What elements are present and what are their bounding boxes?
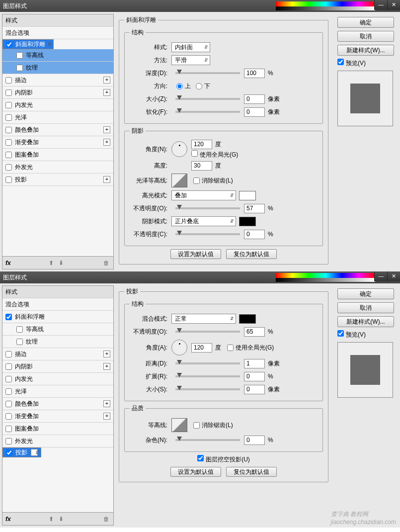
angle-dial[interactable] [171, 141, 187, 157]
noise-slider[interactable] [175, 439, 240, 441]
preview-checkbox[interactable] [337, 330, 344, 337]
add-icon[interactable]: + [103, 413, 110, 420]
color-overlay-checkbox[interactable] [5, 401, 12, 407]
up-arrow-icon[interactable]: ⬆ [49, 516, 56, 523]
add-icon[interactable]: + [103, 77, 110, 84]
new-style-button[interactable]: 新建样式(W)... [337, 316, 394, 327]
stroke-checkbox[interactable] [5, 351, 12, 357]
knockout-checkbox[interactable] [197, 455, 204, 461]
method-select[interactable]: 平滑 [171, 55, 210, 65]
depth-slider[interactable] [175, 72, 240, 74]
depth-input[interactable] [244, 69, 265, 78]
shadow-mode-select[interactable]: 正片叠底 [171, 216, 236, 226]
new-style-button[interactable]: 新建样式(W)... [337, 45, 394, 56]
reset-default-button[interactable]: 复位为默认值 [226, 249, 277, 259]
contour-checkbox[interactable] [16, 326, 23, 333]
shadow-color-swatch[interactable] [239, 217, 256, 226]
minimize-button[interactable]: — [374, 271, 387, 281]
blend-mode-select[interactable]: 正常 [171, 314, 236, 324]
noise-input[interactable] [244, 436, 265, 445]
drop-shadow-checkbox[interactable] [6, 449, 12, 456]
cancel-button[interactable]: 取消 [337, 31, 394, 42]
angle-dial[interactable] [171, 340, 187, 355]
global-light-checkbox[interactable] [191, 150, 198, 157]
texture-checkbox[interactable] [16, 339, 23, 345]
direction-up-radio[interactable] [176, 83, 183, 89]
trash-icon[interactable]: 🗑 [103, 260, 110, 266]
inner-glow-item[interactable]: 内发光 [2, 373, 113, 385]
distance-slider[interactable] [175, 362, 240, 364]
gradient-overlay-item[interactable]: 渐变叠加+ [2, 410, 113, 423]
texture-checkbox[interactable] [16, 65, 23, 71]
add-icon[interactable]: + [103, 400, 110, 407]
bevel-item[interactable]: 斜面和浮雕 [2, 311, 113, 323]
shadow-color-swatch[interactable] [239, 314, 256, 324]
outer-glow-item[interactable]: 外发光 [2, 161, 113, 174]
direction-down-radio[interactable] [196, 83, 202, 89]
gloss-contour-picker[interactable] [171, 174, 187, 187]
gradient-overlay-checkbox[interactable] [5, 413, 12, 420]
soften-input[interactable] [244, 107, 265, 117]
antialias-checkbox[interactable] [193, 177, 200, 184]
ok-button[interactable]: 确定 [337, 17, 394, 28]
minimize-button[interactable]: — [374, 0, 387, 10]
blending-options-item[interactable]: 混合选项 [2, 27, 113, 39]
fx-button[interactable]: fx [5, 260, 11, 266]
contour-item[interactable]: 等高线 [2, 49, 113, 62]
styles-header[interactable]: 样式 [2, 14, 113, 27]
outer-glow-checkbox[interactable] [5, 438, 12, 444]
distance-input[interactable] [244, 359, 265, 368]
bevel-checkbox[interactable] [6, 41, 12, 48]
styles-header[interactable]: 样式 [2, 286, 113, 298]
highlight-opacity-slider[interactable] [175, 207, 240, 209]
add-icon[interactable]: + [31, 449, 38, 456]
stroke-item[interactable]: 描边+ [2, 348, 113, 360]
inner-shadow-checkbox[interactable] [5, 363, 12, 370]
stroke-item[interactable]: 描边+ [2, 74, 113, 87]
inner-glow-checkbox[interactable] [5, 102, 12, 108]
satin-checkbox[interactable] [5, 114, 12, 121]
style-select[interactable]: 内斜面 [171, 42, 210, 52]
cancel-button[interactable]: 取消 [337, 302, 394, 313]
size-input[interactable] [244, 385, 265, 394]
satin-item[interactable]: 光泽 [2, 111, 113, 124]
size-slider[interactable] [175, 388, 240, 390]
close-button[interactable]: ✕ [387, 271, 400, 281]
inner-shadow-checkbox[interactable] [5, 89, 12, 96]
soften-slider[interactable] [175, 111, 240, 113]
contour-checkbox[interactable] [16, 52, 23, 59]
color-overlay-item[interactable]: 颜色叠加+ [2, 398, 113, 410]
make-default-button[interactable]: 设置为默认值 [170, 467, 221, 477]
drop-shadow-checkbox[interactable] [5, 177, 12, 183]
bevel-item[interactable]: 斜面和浮雕 [2, 39, 54, 49]
inner-shadow-item[interactable]: 内阴影+ [2, 87, 113, 99]
inner-shadow-item[interactable]: 内阴影+ [2, 360, 113, 373]
opacity-slider[interactable] [175, 331, 240, 333]
trash-icon[interactable]: 🗑 [103, 516, 110, 523]
opacity-input[interactable] [244, 327, 265, 337]
make-default-button[interactable]: 设置为默认值 [170, 249, 221, 259]
satin-checkbox[interactable] [5, 388, 12, 395]
shadow-opacity-slider[interactable] [175, 233, 240, 235]
titlebar[interactable]: 图层样式 — ✕ [0, 0, 400, 12]
add-icon[interactable]: + [103, 363, 110, 370]
global-light-checkbox[interactable] [227, 345, 234, 351]
satin-item[interactable]: 光泽 [2, 385, 113, 398]
down-arrow-icon[interactable]: ⬇ [59, 260, 66, 266]
spread-input[interactable] [244, 372, 265, 381]
blending-options-item[interactable]: 混合选项 [2, 298, 113, 311]
inner-glow-checkbox[interactable] [5, 376, 12, 382]
texture-item[interactable]: 纹理 [2, 62, 113, 74]
pattern-overlay-item[interactable]: 图案叠加 [2, 149, 113, 161]
down-arrow-icon[interactable]: ⬇ [59, 516, 66, 523]
drop-shadow-item[interactable]: 投影+ [2, 447, 41, 457]
contour-item[interactable]: 等高线 [2, 323, 113, 336]
fx-button[interactable]: fx [5, 516, 11, 523]
contour-picker[interactable] [171, 418, 187, 432]
bevel-checkbox[interactable] [5, 314, 12, 320]
highlight-opacity-input[interactable] [244, 204, 265, 213]
angle-input[interactable] [191, 343, 212, 353]
add-icon[interactable]: + [103, 351, 110, 357]
drop-shadow-item[interactable]: 投影+ [2, 174, 113, 186]
texture-item[interactable]: 纹理 [2, 336, 113, 348]
